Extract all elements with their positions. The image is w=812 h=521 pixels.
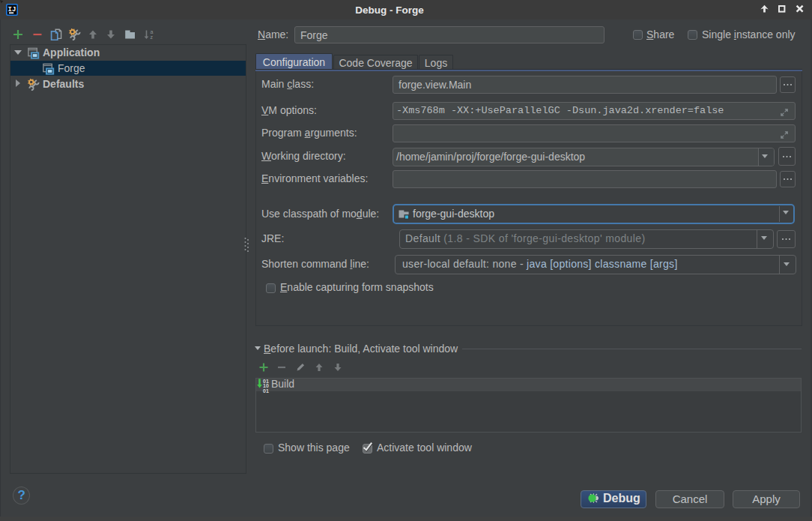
svg-text:a: a <box>151 29 154 34</box>
svg-text:01: 01 <box>263 388 269 393</box>
svg-text:z: z <box>151 34 154 40</box>
svg-text:IJ: IJ <box>8 6 16 13</box>
